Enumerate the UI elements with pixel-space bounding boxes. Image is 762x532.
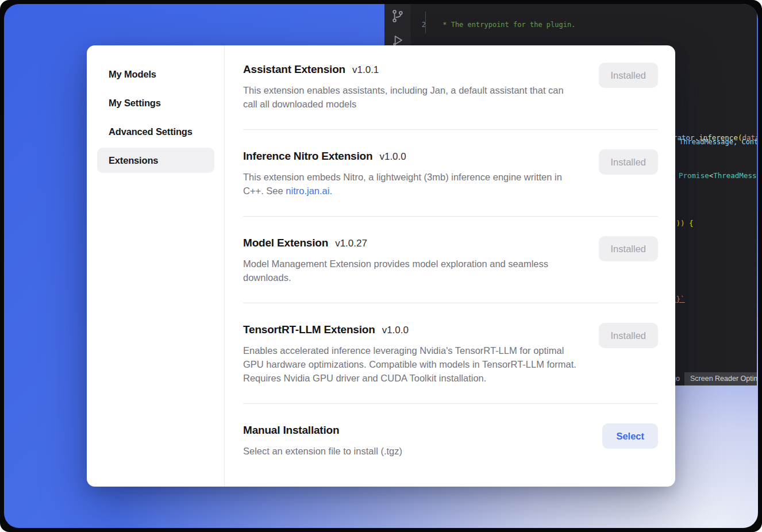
extension-name: Assistant Extension <box>243 63 345 76</box>
sidebar-item-my-settings[interactable]: My Settings <box>97 90 214 115</box>
extension-version: v1.0.1 <box>352 64 379 76</box>
extension-row-tensorrt: TensortRT-LLM Extension v1.0.0 Enables a… <box>243 303 658 403</box>
installed-button[interactable]: Installed <box>599 63 658 88</box>
select-button[interactable]: Select <box>602 423 658 449</box>
settings-panel: My Models My Settings Advanced Settings … <box>87 45 675 487</box>
extension-row-model: Model Extension v1.0.27 Model Management… <box>243 216 658 303</box>
gradient-background: 2 * The entrypoint for the plugin. 3 */ … <box>4 4 758 528</box>
sidebar-item-extensions[interactable]: Extensions <box>97 148 214 173</box>
manual-installation-title: Manual Installation <box>243 423 339 437</box>
code-line: 2 * The entrypoint for the plugin. <box>411 20 757 30</box>
installed-button[interactable]: Installed <box>599 149 658 175</box>
extension-description: Enables accelerated inference leveraging… <box>243 344 576 385</box>
settings-sidebar: My Models My Settings Advanced Settings … <box>87 45 225 487</box>
code-fragment-promise: Promise<ThreadMessage> <box>679 171 757 180</box>
extensions-list: Assistant Extension v1.0.1 This extensio… <box>225 45 675 487</box>
extension-row-assistant: Assistant Extension v1.0.1 This extensio… <box>243 45 658 129</box>
extension-name: Inference Nitro Extension <box>243 149 372 163</box>
extension-description: This extension enables assistants, inclu… <box>243 83 576 111</box>
manual-installation-row: Manual Installation Select an extension … <box>243 403 658 476</box>
installed-button[interactable]: Installed <box>599 236 658 261</box>
extension-description: Model Management Extension provides mode… <box>243 257 576 284</box>
extension-version: v1.0.0 <box>382 325 409 336</box>
sidebar-item-advanced-settings[interactable]: Advanced Settings <box>97 119 214 144</box>
line-number: 2 <box>411 20 426 30</box>
extension-row-nitro: Inference Nitro Extension v1.0.0 This ex… <box>243 129 658 216</box>
code-comment: * The entrypoint for the plugin. <box>438 21 575 29</box>
screen-reader-toast[interactable]: Screen Reader Optimiz <box>684 372 757 385</box>
extension-description: This extension embeds Nitro, a lightweig… <box>243 170 576 198</box>
extension-name: TensortRT-LLM Extension <box>243 323 375 337</box>
extension-version: v1.0.0 <box>379 151 406 163</box>
code-fragment-inference: rator.inference(data)); <box>673 133 757 142</box>
nitro-jan-ai-link[interactable]: nitro.jan.ai. <box>286 186 332 196</box>
screenshot-canvas: 2 * The entrypoint for the plugin. 3 */ … <box>0 0 762 532</box>
sidebar-item-my-models[interactable]: My Models <box>97 61 214 87</box>
extension-name: Model Extension <box>243 236 328 250</box>
extension-version: v1.0.27 <box>335 238 367 249</box>
source-control-icon[interactable] <box>390 9 405 24</box>
manual-installation-description: Select an extension file to install (.tg… <box>243 444 402 458</box>
installed-button[interactable]: Installed <box>599 323 658 348</box>
